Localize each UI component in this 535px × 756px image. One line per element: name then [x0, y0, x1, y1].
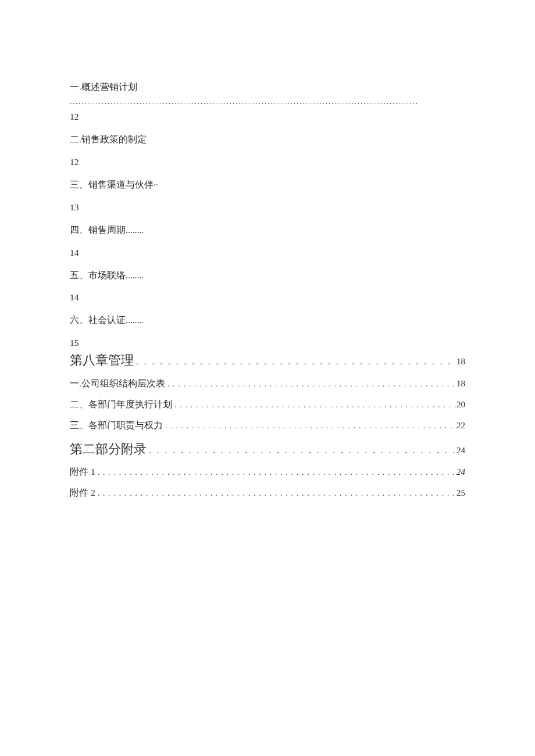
toc-row-page: 18	[456, 356, 465, 367]
toc-entry-title: 五、市场联络........	[70, 270, 465, 282]
toc-entry-title: 一.概述营销计划	[70, 81, 465, 94]
toc-simple-entry: 五、市场联络........ 14	[70, 270, 465, 304]
toc-row-title: 附件 1	[70, 466, 95, 478]
toc-row-title: 附件 2	[70, 487, 95, 499]
toc-row-page: 20	[456, 399, 465, 410]
toc-row: 附件 2 ...................................…	[70, 487, 465, 499]
toc-leader-dots: ........................................…	[147, 445, 456, 456]
toc-row-title: 二、各部门年度执行计划	[70, 399, 172, 411]
toc-entry-page: 13	[70, 202, 465, 214]
document-page: 一.概述营销计划 ...............................…	[0, 0, 535, 499]
toc-entry-page: 15	[70, 337, 465, 349]
toc-row-page: 25	[456, 487, 465, 499]
toc-simple-entry: 六、社会认证........ 15	[70, 314, 465, 349]
toc-entry-title: 四、销售周期........	[70, 224, 465, 237]
toc-leader-dots: ........................................…	[172, 400, 456, 410]
toc-row-title: 三、各部门职责与权力	[70, 420, 163, 432]
toc-row-title: 一.公司组织结构层次表	[70, 378, 165, 390]
toc-row: 三、各部门职责与权力 .............................…	[70, 420, 465, 432]
toc-simple-entry: 二.销售政策的制定 12	[70, 134, 465, 169]
toc-entry-page: 14	[70, 292, 465, 304]
toc-simple-entry: 四、销售周期........ 14	[70, 224, 465, 259]
toc-leader-dots: ........................................…	[165, 379, 456, 389]
toc-leader-dots: ........................................…	[95, 488, 456, 499]
toc-entry-page: 12	[70, 156, 465, 169]
toc-entry-page: 12	[70, 111, 465, 123]
toc-heading-row: 第八章管理 ..................................…	[70, 352, 465, 369]
toc-entry-title: 三、销售渠道与伙伴··	[70, 179, 465, 191]
toc-heading-row: 第二部分附录 .................................…	[70, 440, 465, 458]
toc-row: 附件 1 ...................................…	[70, 466, 465, 478]
toc-entry-title: 二.销售政策的制定	[70, 134, 465, 146]
toc-row-page: 18	[456, 378, 465, 389]
toc-simple-entry: 一.概述营销计划 ...............................…	[70, 81, 465, 123]
toc-row-page: 22	[456, 420, 465, 431]
toc-row-page: 24	[456, 466, 465, 478]
toc-row-title: 第二部分附录	[70, 440, 147, 458]
toc-leader-dots: ........................................…	[163, 421, 456, 431]
toc-leader-dots: ........................................…	[70, 97, 465, 106]
toc-entry-page: 14	[70, 247, 465, 259]
toc-entry-title: 六、社会认证........	[70, 314, 465, 327]
toc-row: 一.公司组织结构层次表 ............................…	[70, 378, 465, 390]
toc-row-title: 第八章管理	[70, 352, 134, 369]
toc-leader-dots: ........................................…	[134, 356, 456, 367]
toc-leader-dots: ........................................…	[95, 467, 456, 478]
toc-row: 二、各部门年度执行计划 ............................…	[70, 399, 465, 411]
toc-row-page: 24	[456, 445, 465, 456]
toc-simple-entry: 三、销售渠道与伙伴·· 13	[70, 179, 465, 214]
